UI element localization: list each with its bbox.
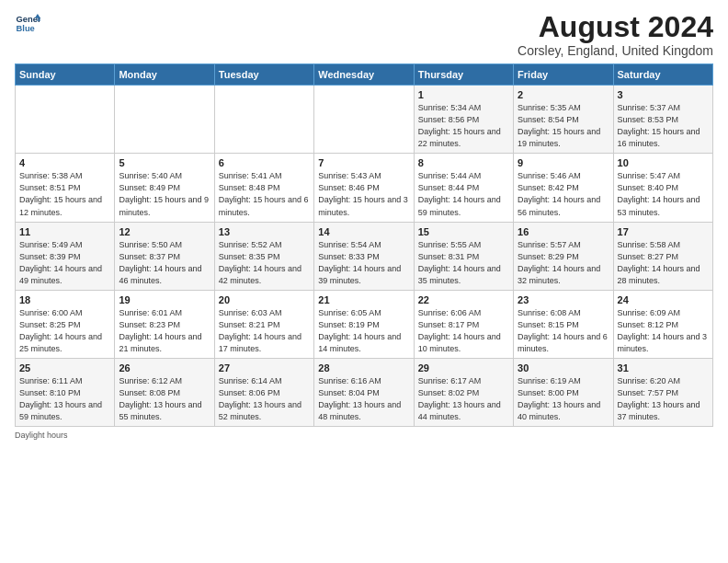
day-number: 28 (318, 362, 409, 373)
cell-info: Sunrise: 6:08 AM Sunset: 8:15 PM Dayligh… (518, 307, 609, 355)
day-number: 30 (518, 362, 609, 373)
day-number: 11 (19, 226, 110, 237)
calendar-cell: 24Sunrise: 6:09 AM Sunset: 8:12 PM Dayli… (613, 290, 712, 358)
calendar-cell: 12Sunrise: 5:50 AM Sunset: 8:37 PM Dayli… (115, 222, 214, 290)
day-number: 6 (219, 157, 310, 168)
calendar-cell (314, 86, 414, 154)
calendar-cell: 22Sunrise: 6:06 AM Sunset: 8:17 PM Dayli… (414, 290, 513, 358)
weekday-header-sunday: Sunday (16, 64, 115, 86)
cell-info: Sunrise: 6:12 AM Sunset: 8:08 PM Dayligh… (119, 375, 210, 423)
header: General Blue August 2024 Corsley, Englan… (15, 11, 713, 58)
cell-info: Sunrise: 5:38 AM Sunset: 8:51 PM Dayligh… (19, 170, 110, 218)
calendar-cell: 9Sunrise: 5:46 AM Sunset: 8:42 PM Daylig… (514, 154, 613, 222)
cell-info: Sunrise: 5:43 AM Sunset: 8:46 PM Dayligh… (318, 170, 409, 218)
calendar-cell: 13Sunrise: 5:52 AM Sunset: 8:35 PM Dayli… (214, 222, 313, 290)
calendar-cell: 26Sunrise: 6:12 AM Sunset: 8:08 PM Dayli… (115, 358, 214, 426)
calendar-cell: 20Sunrise: 6:03 AM Sunset: 8:21 PM Dayli… (214, 290, 313, 358)
weekday-header-saturday: Saturday (613, 64, 712, 86)
day-number: 22 (418, 294, 509, 305)
calendar-cell: 2Sunrise: 5:35 AM Sunset: 8:54 PM Daylig… (514, 86, 613, 154)
day-number: 25 (19, 362, 110, 373)
day-number: 8 (418, 157, 509, 168)
main-container: General Blue August 2024 Corsley, Englan… (0, 0, 728, 447)
cell-info: Sunrise: 5:55 AM Sunset: 8:31 PM Dayligh… (418, 239, 509, 287)
cell-info: Sunrise: 5:41 AM Sunset: 8:48 PM Dayligh… (219, 170, 310, 218)
calendar-cell: 23Sunrise: 6:08 AM Sunset: 8:15 PM Dayli… (514, 290, 613, 358)
day-number: 15 (418, 226, 509, 237)
calendar-cell (115, 86, 214, 154)
day-number: 27 (219, 362, 310, 373)
day-number: 19 (119, 294, 210, 305)
calendar-week-5: 25Sunrise: 6:11 AM Sunset: 8:10 PM Dayli… (16, 358, 713, 426)
cell-info: Sunrise: 6:09 AM Sunset: 8:12 PM Dayligh… (618, 307, 709, 355)
weekday-header-tuesday: Tuesday (214, 64, 313, 86)
day-number: 4 (19, 157, 110, 168)
cell-info: Sunrise: 6:20 AM Sunset: 7:57 PM Dayligh… (618, 375, 709, 423)
calendar-cell: 8Sunrise: 5:44 AM Sunset: 8:44 PM Daylig… (414, 154, 513, 222)
weekday-header-thursday: Thursday (414, 64, 513, 86)
logo-icon: General Blue (15, 11, 40, 37)
cell-info: Sunrise: 5:35 AM Sunset: 8:54 PM Dayligh… (518, 102, 609, 150)
calendar-cell: 29Sunrise: 6:17 AM Sunset: 8:02 PM Dayli… (414, 358, 513, 426)
cell-info: Sunrise: 5:54 AM Sunset: 8:33 PM Dayligh… (318, 239, 409, 287)
cell-info: Sunrise: 6:03 AM Sunset: 8:21 PM Dayligh… (219, 307, 310, 355)
day-number: 31 (618, 362, 709, 373)
day-number: 3 (618, 89, 709, 100)
calendar-week-1: 1Sunrise: 5:34 AM Sunset: 8:56 PM Daylig… (16, 86, 713, 154)
calendar-cell: 19Sunrise: 6:01 AM Sunset: 8:23 PM Dayli… (115, 290, 214, 358)
calendar-cell: 6Sunrise: 5:41 AM Sunset: 8:48 PM Daylig… (214, 154, 313, 222)
calendar-cell: 10Sunrise: 5:47 AM Sunset: 8:40 PM Dayli… (613, 154, 712, 222)
footer-label: Daylight hours (15, 431, 713, 440)
calendar-cell (16, 86, 115, 154)
cell-info: Sunrise: 5:46 AM Sunset: 8:42 PM Dayligh… (518, 170, 609, 218)
day-number: 16 (518, 226, 609, 237)
cell-info: Sunrise: 5:34 AM Sunset: 8:56 PM Dayligh… (418, 102, 509, 150)
cell-info: Sunrise: 6:19 AM Sunset: 8:00 PM Dayligh… (518, 375, 609, 423)
day-number: 29 (418, 362, 509, 373)
calendar-table: SundayMondayTuesdayWednesdayThursdayFrid… (15, 63, 713, 427)
calendar-week-2: 4Sunrise: 5:38 AM Sunset: 8:51 PM Daylig… (16, 154, 713, 222)
weekday-header-monday: Monday (115, 64, 214, 86)
weekday-header-friday: Friday (514, 64, 613, 86)
calendar-cell: 18Sunrise: 6:00 AM Sunset: 8:25 PM Dayli… (16, 290, 115, 358)
cell-info: Sunrise: 5:58 AM Sunset: 8:27 PM Dayligh… (618, 239, 709, 287)
svg-text:Blue: Blue (17, 24, 35, 33)
main-title: August 2024 (518, 11, 713, 43)
calendar-cell: 17Sunrise: 5:58 AM Sunset: 8:27 PM Dayli… (613, 222, 712, 290)
day-number: 9 (518, 157, 609, 168)
cell-info: Sunrise: 5:52 AM Sunset: 8:35 PM Dayligh… (219, 239, 310, 287)
calendar-cell: 5Sunrise: 5:40 AM Sunset: 8:49 PM Daylig… (115, 154, 214, 222)
day-number: 10 (618, 157, 709, 168)
day-number: 23 (518, 294, 609, 305)
calendar-cell: 14Sunrise: 5:54 AM Sunset: 8:33 PM Dayli… (314, 222, 414, 290)
calendar-cell: 15Sunrise: 5:55 AM Sunset: 8:31 PM Dayli… (414, 222, 513, 290)
cell-info: Sunrise: 6:06 AM Sunset: 8:17 PM Dayligh… (418, 307, 509, 355)
weekday-header-row: SundayMondayTuesdayWednesdayThursdayFrid… (16, 64, 713, 86)
calendar-cell: 31Sunrise: 6:20 AM Sunset: 7:57 PM Dayli… (613, 358, 712, 426)
calendar-cell: 21Sunrise: 6:05 AM Sunset: 8:19 PM Dayli… (314, 290, 414, 358)
calendar-cell: 25Sunrise: 6:11 AM Sunset: 8:10 PM Dayli… (16, 358, 115, 426)
cell-info: Sunrise: 5:47 AM Sunset: 8:40 PM Dayligh… (618, 170, 709, 218)
cell-info: Sunrise: 6:11 AM Sunset: 8:10 PM Dayligh… (19, 375, 110, 423)
logo: General Blue (15, 11, 40, 37)
day-number: 18 (19, 294, 110, 305)
day-number: 12 (119, 226, 210, 237)
cell-info: Sunrise: 6:14 AM Sunset: 8:06 PM Dayligh… (219, 375, 310, 423)
cell-info: Sunrise: 5:37 AM Sunset: 8:53 PM Dayligh… (618, 102, 709, 150)
day-number: 26 (119, 362, 210, 373)
cell-info: Sunrise: 5:49 AM Sunset: 8:39 PM Dayligh… (19, 239, 110, 287)
cell-info: Sunrise: 5:40 AM Sunset: 8:49 PM Dayligh… (119, 170, 210, 218)
cell-info: Sunrise: 5:50 AM Sunset: 8:37 PM Dayligh… (119, 239, 210, 287)
cell-info: Sunrise: 5:44 AM Sunset: 8:44 PM Dayligh… (418, 170, 509, 218)
day-number: 7 (318, 157, 409, 168)
day-number: 5 (119, 157, 210, 168)
day-number: 24 (618, 294, 709, 305)
cell-info: Sunrise: 6:00 AM Sunset: 8:25 PM Dayligh… (19, 307, 110, 355)
day-number: 1 (418, 89, 509, 100)
calendar-cell: 30Sunrise: 6:19 AM Sunset: 8:00 PM Dayli… (514, 358, 613, 426)
subtitle: Corsley, England, United Kingdom (518, 43, 713, 58)
calendar-cell: 27Sunrise: 6:14 AM Sunset: 8:06 PM Dayli… (214, 358, 313, 426)
day-number: 14 (318, 226, 409, 237)
calendar-week-4: 18Sunrise: 6:00 AM Sunset: 8:25 PM Dayli… (16, 290, 713, 358)
cell-info: Sunrise: 6:05 AM Sunset: 8:19 PM Dayligh… (318, 307, 409, 355)
